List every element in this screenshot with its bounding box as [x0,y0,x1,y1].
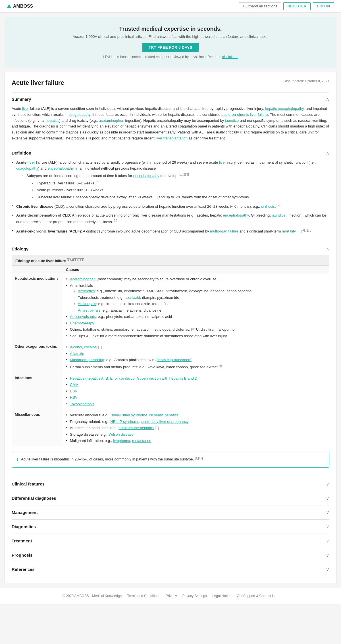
table-row: Infections Hepatitis (hepatitis A, B, E,… [12,373,329,410]
link-isoniazid[interactable]: isoniazid [126,295,140,300]
link-fatty-liver[interactable]: acute fatty liver of pregnancy [141,419,188,424]
list-item: Antifungals: e.g., itraconazole, ketocon… [74,301,326,307]
chevron-up-icon-def: ∧ [326,150,329,156]
link-coagulopathy[interactable]: coagulopathy [68,112,90,117]
link-acetaminophen2[interactable]: Acetaminophen [70,277,95,281]
list-item: Others: halothane, statins, amiodarone, … [66,327,326,332]
link-antifungals[interactable]: Antifungals [78,302,96,306]
infections-list: Hepatitis (hepatitis A, B, E, or coinfec… [66,376,326,407]
miscellaneous-list: Vascular disorders: e.g., Budd-Chiari sy… [66,412,326,444]
link-hepatic-encephalopathy[interactable]: hepatic encephalopathy [265,106,303,111]
section-references-header[interactable]: References ∨ [12,562,329,576]
section-etiology-content: Etiology of acute liver failure [1][2][3… [12,256,329,477]
section-summary-content: Acute liver failure (ALF) is a severe co… [12,106,329,146]
list-item: Aflatoxin [66,351,326,357]
cell-miscellaneous-causes: Vascular disorders: e.g., Budd-Chiari sy… [63,410,329,447]
link-cmv[interactable]: CMV [70,382,78,387]
def-item-acd: Acute decompensation of CLD: An episode … [12,213,329,225]
link-hellp[interactable]: HELLP syndrome [110,419,139,424]
section-etiology-header[interactable]: Etiology ∧ [12,242,329,256]
link-hepatitis-inf[interactable]: Hepatitis (hepatitis A, B, E, or coinfec… [70,376,199,380]
disclaimer-link[interactable]: disclaimer. [222,55,238,59]
link-mushroom[interactable]: Mushroom poisoning [70,358,104,362]
section-treatment-label: Treatment [12,538,32,543]
article-container: Acute liver failure Last updated: Octobe… [5,72,336,583]
etiology-table-title: Etiology of acute liver failure [1][2][3… [12,256,329,266]
register-button[interactable]: REGISTER [283,2,311,10]
section-clinical-features-header[interactable]: Clinical features ∨ [12,477,329,491]
link-budd-chiari[interactable]: Budd-Chiari syndrome [111,413,147,417]
link-autoimmune-hepatitis[interactable]: autoimmune hepatitis [118,426,154,430]
section-clinical-features-label: Clinical features [12,482,45,486]
link-chemotherapy[interactable]: Chemotherapy [70,321,94,325]
link-mortality[interactable]: mortality [282,229,296,233]
list-item: Mushroom poisoning: e.g., Amanita phallo… [66,357,326,363]
section-differential: Differential diagnoses ∨ [12,491,329,505]
link-multiorgan[interactable]: multiorgan failure [210,229,238,233]
link-aclf[interactable]: acute-on-chronic liver failure [221,112,268,117]
link-antibiotics[interactable]: Antibiotics [78,289,95,293]
table-row: Other exogenous toxins Alcohol, cocaine … [12,342,329,373]
section-treatment-header[interactable]: Treatment ∨ [12,534,329,548]
cell-infections: Infections [12,373,63,410]
section-definition: Definition ∧ Acute liver failure (ALF): … [12,146,329,242]
section-differential-header[interactable]: Differential diagnoses ∨ [12,491,329,505]
link-liver-transplantation[interactable]: liver transplantation [155,136,188,140]
login-button[interactable]: LOG IN [313,2,334,10]
def-item-hyperacute: Hyperacute liver failure: 0–1 weeks [32,180,329,186]
link-encephalopathy3[interactable]: encephalopathy [223,213,249,217]
link-coagulopathy2[interactable]: coagulopathy [16,166,38,170]
chevron-down-icon-6: ∨ [326,552,329,558]
section-summary-header[interactable]: Summary ∧ [12,92,329,106]
footer-link-support[interactable]: Get Support & Contact Us [237,594,276,598]
link-acetaminophen[interactable]: acetaminophen [99,118,124,123]
link-lymphoma[interactable]: lymphoma [113,439,130,443]
link-metastases[interactable]: metastases [132,439,151,443]
def-item-aclf: Acute-on-chronic liver failure (ACLF): A… [12,228,329,234]
link-liver2[interactable]: liver [219,160,226,164]
link-ebv[interactable]: EBV [70,389,77,393]
section-management-header[interactable]: Management ∨ [12,505,329,519]
link-toxoplasmosis[interactable]: Toxoplasmosis [70,402,94,406]
link-antiretrovirals[interactable]: Antiretrovirals [78,308,100,312]
section-diagnostics-header[interactable]: Diagnostics ∨ [12,520,329,534]
expand-all-button[interactable]: + Expand all sections [239,2,281,10]
footer-link-legal[interactable]: Legal Notice [212,594,231,598]
try-free-button[interactable]: TRY FREE FOR 5 DAYS [142,43,199,52]
footer-link-terms[interactable]: Terms and Conditions [127,594,160,598]
exogenous-list: Alcohol, cocaine Aflatoxin Mushroom pois… [66,344,326,370]
link-hepatitis[interactable]: hepatitis [45,118,59,123]
section-prognosis-header[interactable]: Prognosis ∨ [12,548,329,562]
link-encephalopathy[interactable]: encephalopathy [48,166,74,170]
link-ischemic-hepatitis[interactable]: ischemic hepatitis [149,413,178,417]
section-differential-label: Differential diagnoses [12,496,56,501]
etiology-table: Causes Hepatotoxic medications Acetamino… [12,266,329,447]
list-item: EBV [66,388,326,394]
link-aflatoxin[interactable]: Aflatoxin [70,351,84,356]
link-encephalopathy2[interactable]: encephalopathy [133,174,159,178]
link-liver[interactable]: liver [22,106,29,111]
footer-link-medical-knowledge[interactable]: Medical Knowledge [92,594,122,598]
section-prognosis-label: Prognosis [12,553,32,557]
section-treatment: Treatment ∨ [12,534,329,548]
def-item-subtypes: Subtypes are defined according to the am… [22,172,329,200]
link-jaundice2[interactable]: jaundice [272,213,285,217]
hero-description: Access 1,000+ clinical and preclinical a… [16,34,325,39]
link-hsv[interactable]: HSV [70,395,78,400]
hero-title: Trusted medical expertise in seconds. [16,26,325,32]
link-death-cap[interactable]: death cap mushroom [157,358,191,362]
link-liver-def[interactable]: liver [28,160,35,164]
footer-link-privacy[interactable]: Privacy [166,594,177,598]
section-management-label: Management [12,510,38,515]
link-jaundice[interactable]: jaundice [225,118,239,123]
footer-link-privacy-settings[interactable]: Privacy Settings [182,594,207,598]
cell-exogenous-causes: Alcohol, cocaine Aflatoxin Mushroom pois… [63,342,329,373]
link-cirrhosis[interactable]: cirrhosis [261,204,275,209]
link-anticonvulsants[interactable]: Anticonvulsants [70,314,96,319]
link-alcohol[interactable]: Alcohol, cocaine [70,345,97,349]
list-item: Toxoplasmosis [66,401,326,407]
section-definition-header[interactable]: Definition ∧ [12,146,329,160]
def-item-alf: Acute liver failure (ALF): a condition c… [12,160,329,200]
summary-text: Acute liver failure (ALF) is a severe co… [12,106,329,141]
link-wilson[interactable]: Wilson disease [109,432,134,437]
